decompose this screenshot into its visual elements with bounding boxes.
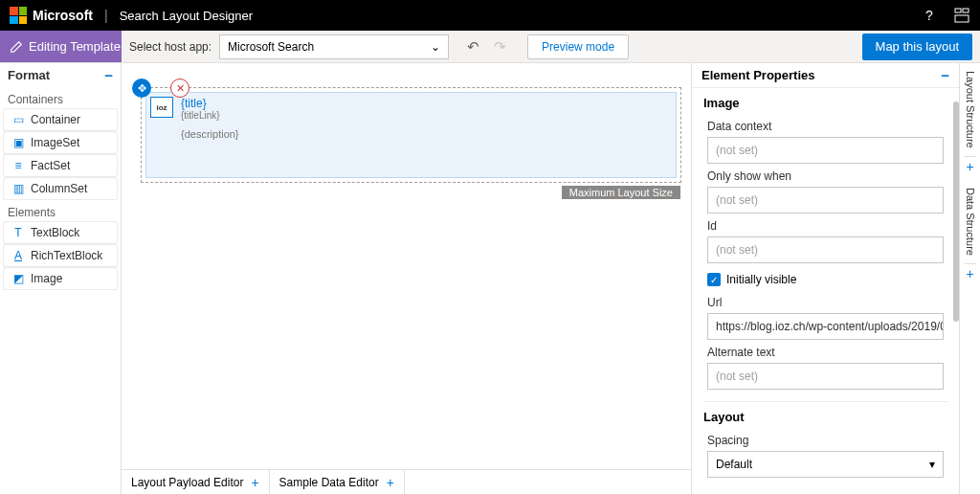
factset-icon: ≡ bbox=[11, 159, 25, 172]
palette-imageset[interactable]: ▣ImageSet bbox=[4, 132, 117, 153]
editing-template-badge: Editing Template bbox=[0, 31, 122, 62]
help-icon[interactable]: ? bbox=[921, 7, 938, 24]
columnset-icon: ▥ bbox=[11, 182, 25, 195]
element-properties-header[interactable]: Element Properties − bbox=[692, 63, 959, 88]
host-app-value: Microsoft Search bbox=[228, 40, 314, 54]
card-image-element[interactable]: ioz bbox=[150, 97, 173, 118]
only-show-when-label: Only show when bbox=[692, 164, 959, 187]
pencil-icon bbox=[10, 40, 23, 54]
card-title-link[interactable]: {titleLink} bbox=[181, 110, 672, 121]
editing-template-label: Editing Template bbox=[29, 39, 121, 54]
main-area: Format − Containers ▭Container ▣ImageSet… bbox=[0, 63, 980, 494]
side-tabs: Layout Structure + Data Structure + bbox=[959, 63, 980, 494]
image-icon: ◩ bbox=[11, 272, 25, 285]
richtext-icon: A bbox=[11, 249, 25, 262]
layout-section-title: Layout bbox=[692, 402, 959, 428]
spacing-select[interactable]: Default ▾ bbox=[707, 451, 944, 478]
caret-down-icon: ▾ bbox=[929, 458, 935, 471]
checkbox-checked-icon[interactable]: ✓ bbox=[707, 273, 721, 286]
palette-image[interactable]: ◩Image bbox=[4, 268, 117, 289]
palette-textblock[interactable]: TTextBlock bbox=[4, 222, 117, 243]
container-icon: ▭ bbox=[11, 113, 25, 126]
palette-container[interactable]: ▭Container bbox=[4, 109, 117, 130]
plus-icon[interactable]: + bbox=[966, 266, 973, 281]
top-bar: Microsoft | Search Layout Designer ? bbox=[0, 0, 980, 31]
plus-icon[interactable]: + bbox=[387, 475, 394, 490]
max-layout-size-badge: Maximum Layout Size bbox=[562, 186, 680, 199]
design-canvas[interactable]: ✥ ✕ ioz {title} {titleLink} {description… bbox=[122, 63, 691, 494]
id-input[interactable]: (not set) bbox=[707, 236, 944, 263]
map-layout-button[interactable]: Map this layout bbox=[862, 34, 972, 60]
move-handle-icon[interactable]: ✥ bbox=[132, 79, 151, 98]
initially-visible-label: Initially visible bbox=[726, 273, 796, 286]
undo-button[interactable]: ↶ bbox=[462, 36, 483, 57]
format-panel: Format − Containers ▭Container ▣ImageSet… bbox=[0, 63, 122, 494]
preview-mode-button[interactable]: Preview mode bbox=[527, 34, 629, 59]
card-title[interactable]: {title} bbox=[181, 97, 672, 110]
elements-group-label: Elements bbox=[0, 200, 121, 221]
tab-data-structure[interactable]: Data Structure bbox=[965, 180, 976, 264]
svg-rect-0 bbox=[955, 9, 961, 12]
containers-group-label: Containers bbox=[0, 87, 121, 108]
element-properties-panel: Element Properties − Image Data context … bbox=[691, 63, 959, 494]
toolbar: Editing Template Select host app: Micros… bbox=[0, 31, 980, 63]
svg-rect-2 bbox=[955, 15, 969, 22]
bottom-tabs: Layout Payload Editor + Sample Data Edit… bbox=[122, 469, 691, 494]
url-label: Url bbox=[692, 290, 959, 313]
delete-handle-icon[interactable]: ✕ bbox=[170, 79, 189, 98]
feedback-icon[interactable] bbox=[953, 7, 970, 24]
palette-richtextblock[interactable]: ARichTextBlock bbox=[4, 245, 117, 266]
imageset-icon: ▣ bbox=[11, 136, 25, 149]
minus-icon[interactable]: − bbox=[104, 67, 113, 83]
tab-sample-data-editor[interactable]: Sample Data Editor + bbox=[270, 470, 405, 494]
redo-button[interactable]: ↷ bbox=[489, 36, 510, 57]
tab-layout-structure[interactable]: Layout Structure bbox=[965, 63, 976, 157]
alternate-text-input[interactable]: (not set) bbox=[707, 363, 944, 390]
only-show-when-input[interactable]: (not set) bbox=[707, 187, 944, 213]
palette-factset[interactable]: ≡FactSet bbox=[4, 155, 117, 176]
minus-icon[interactable]: − bbox=[941, 67, 949, 83]
host-app-select[interactable]: Microsoft Search ⌄ bbox=[219, 34, 449, 59]
host-app-label: Select host app: bbox=[129, 40, 212, 54]
plus-icon[interactable]: + bbox=[251, 475, 258, 490]
spacing-label: Spacing bbox=[692, 428, 959, 451]
chevron-down-icon: ⌄ bbox=[431, 40, 440, 54]
plus-icon[interactable]: + bbox=[966, 159, 973, 174]
brand-label: Microsoft bbox=[33, 8, 93, 23]
scrollbar-thumb[interactable] bbox=[953, 101, 959, 322]
data-context-input[interactable]: (not set) bbox=[707, 137, 944, 164]
svg-rect-1 bbox=[963, 9, 969, 12]
url-input[interactable]: https://blog.ioz.ch/wp-content/uploads/2… bbox=[707, 313, 944, 340]
data-context-label: Data context bbox=[692, 114, 959, 137]
tab-layout-payload-editor[interactable]: Layout Payload Editor + bbox=[122, 470, 270, 494]
initially-visible-row[interactable]: ✓ Initially visible bbox=[692, 263, 959, 290]
divider: | bbox=[104, 8, 108, 23]
microsoft-logo-icon bbox=[10, 7, 27, 24]
format-header[interactable]: Format − bbox=[0, 63, 121, 87]
id-label: Id bbox=[692, 213, 959, 236]
palette-columnset[interactable]: ▥ColumnSet bbox=[4, 178, 117, 199]
image-section-title: Image bbox=[692, 88, 959, 114]
card-description[interactable]: {description} bbox=[181, 128, 672, 140]
alternate-text-label: Alternate text bbox=[692, 340, 959, 363]
card-container[interactable]: ✥ ✕ ioz {title} {titleLink} {description… bbox=[141, 87, 681, 183]
product-label: Search Layout Designer bbox=[120, 9, 253, 23]
textblock-icon: T bbox=[11, 226, 25, 239]
